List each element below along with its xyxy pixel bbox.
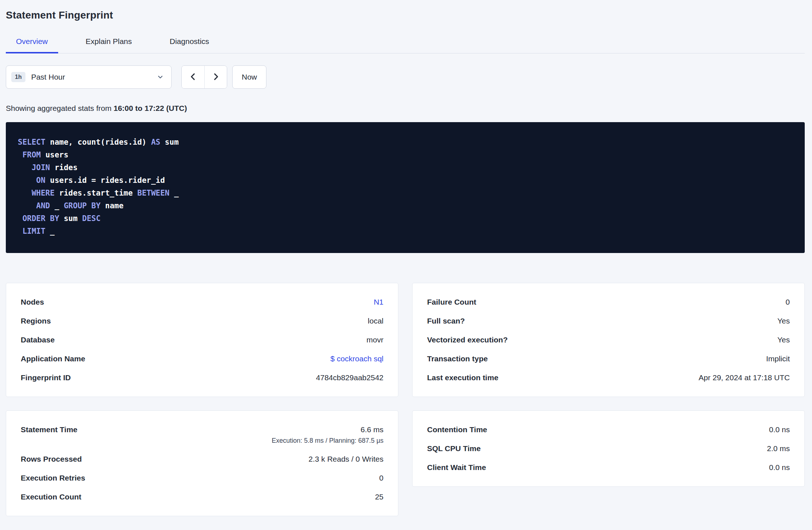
row-label: Vectorized execution? [427,336,508,344]
card-row: Databasemovr [21,330,383,349]
sql-keyword: AND [36,201,50,210]
timing-cards-row: Statement Time6.6 msExecution: 5.8 ms / … [6,410,805,516]
row-value: Implicit [766,354,790,363]
row-value-wrap: N1 [374,298,383,306]
row-label: Failure Count [427,298,476,306]
row-value: 0.0 ns [769,425,790,434]
tab-overview[interactable]: Overview [6,32,58,53]
row-value-wrap: Apr 29, 2024 at 17:18 UTC [699,373,790,382]
statement-time-card: Statement Time6.6 msExecution: 5.8 ms / … [6,410,398,516]
chevron-left-icon [188,72,198,83]
row-value-wrap: local [368,317,383,325]
row-value-wrap: 4784cb829aab2542 [316,373,383,382]
sql-token: sum [160,138,179,146]
wait-time-card: Contention Time0.0 nsSQL CPU Time2.0 msC… [412,410,805,487]
row-value: Yes [777,336,790,344]
statement-details-card: NodesN1RegionslocalDatabasemovrApplicati… [6,283,398,397]
sql-token [18,201,36,210]
sql-line: LIMIT _ [18,225,790,238]
row-value-wrap: Yes [777,336,790,344]
sql-token: _ [45,227,55,236]
stats-range: 16:00 to 17:22 (UTC) [114,104,187,112]
sql-keyword: JOIN [32,163,50,172]
card-row: Fingerprint ID4784cb829aab2542 [21,368,383,387]
chevron-down-icon [157,73,164,81]
sql-keyword: GROUP BY [64,201,100,210]
sql-token [18,189,32,197]
sql-token: _ [169,189,178,197]
page-title: Statement Fingerprint [6,9,805,21]
card-row: Transaction typeImplicit [427,349,790,368]
sql-keyword: LIMIT [23,227,45,236]
row-value-wrap: 0.0 ns [769,463,790,472]
time-toolbar: 1h Past Hour Now [6,65,805,89]
row-value-link[interactable]: $ cockroach sql [330,354,383,363]
sql-token: sum [59,214,82,223]
sql-token: rides [50,163,78,172]
row-value-wrap: 2.3 k Reads / 0 Writes [309,455,383,463]
row-label: Contention Time [427,425,487,434]
row-value-wrap: Yes [777,317,790,325]
sql-keyword: SELECT [18,138,45,146]
row-label: Nodes [21,298,44,306]
card-row: Failure Count0 [427,293,790,312]
row-label: SQL CPU Time [427,444,481,453]
statement-fingerprint-page: Statement Fingerprint Overview Explain P… [0,0,812,516]
sql-keyword: WHERE [32,189,55,197]
row-value: 0 [379,474,383,482]
row-value-wrap: 2.0 ms [767,444,790,453]
row-value: 2.3 k Reads / 0 Writes [309,455,383,463]
execution-attributes-card: Failure Count0Full scan?YesVectorized ex… [412,283,805,397]
sql-token [18,214,23,223]
row-value: 0.0 ns [769,463,790,472]
row-value: 25 [375,493,383,501]
row-label: Execution Retries [21,474,85,482]
card-row: Application Name$ cockroach sql [21,349,383,368]
row-value: 0 [785,298,790,306]
row-label: Transaction type [427,354,488,363]
sql-keyword: DESC [82,214,101,223]
sql-keyword: FROM [23,150,41,159]
time-interval-dropdown[interactable]: 1h Past Hour [6,65,172,89]
tab-explain-plans[interactable]: Explain Plans [76,32,142,53]
row-label: Regions [21,317,51,325]
row-value-wrap: Implicit [766,354,790,363]
sql-keyword: BETWEEN [137,189,170,197]
time-nav-group [181,65,227,89]
sql-token [18,150,23,159]
sql-line: ON users.id = rides.rider_id [18,174,790,187]
next-time-button[interactable] [204,66,227,88]
row-value-link[interactable]: N1 [374,298,383,306]
row-value: 2.0 ms [767,444,790,453]
now-button[interactable]: Now [232,65,266,89]
card-row: Full scan?Yes [427,312,790,330]
row-value: 4784cb829aab2542 [316,373,383,382]
row-value-wrap: 25 [375,493,383,501]
row-label: Database [21,336,55,344]
sql-line: JOIN rides [18,161,790,174]
chevron-right-icon [211,72,221,83]
row-value: Yes [777,317,790,325]
row-value-wrap: movr [366,336,383,344]
tab-diagnostics[interactable]: Diagnostics [160,32,220,53]
tab-bar: Overview Explain Plans Diagnostics [6,32,805,53]
row-value-wrap: 6.6 msExecution: 5.8 ms / Planning: 687.… [272,425,383,445]
sql-keyword: ORDER BY [23,214,59,223]
row-label: Application Name [21,354,85,363]
card-row: Execution Retries0 [21,469,383,487]
row-subvalue: Execution: 5.8 ms / Planning: 687.5 µs [272,437,383,445]
card-row: NodesN1 [21,293,383,312]
prev-time-button[interactable] [182,66,204,88]
row-label: Rows Processed [21,455,82,463]
card-row: Contention Time0.0 ns [427,420,790,439]
sql-token: name [101,201,124,210]
card-row: Execution Count25 [21,487,383,506]
sql-token: users.id = rides.rider_id [45,176,165,185]
sql-keyword: AS [151,138,160,146]
row-value: movr [366,336,383,344]
row-label: Last execution time [427,373,498,382]
sql-line: ORDER BY sum DESC [18,212,790,225]
row-label: Statement Time [21,425,77,434]
sql-line: AND _ GROUP BY name [18,200,790,212]
sql-keyword: ON [36,176,45,185]
